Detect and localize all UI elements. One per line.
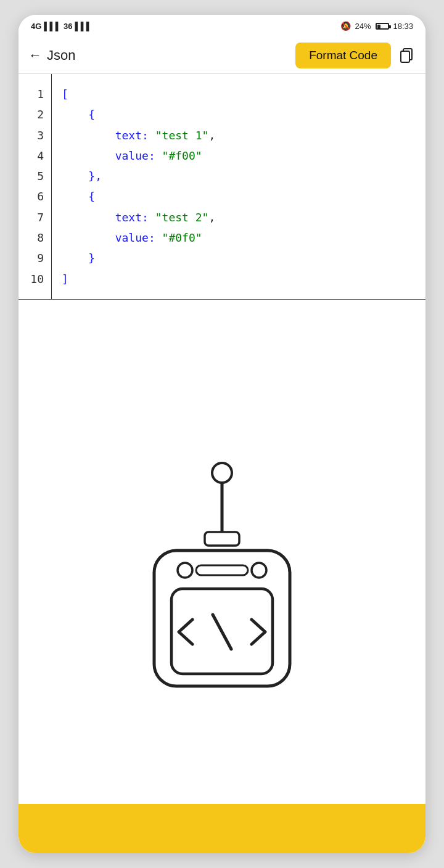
svg-rect-4 bbox=[205, 532, 239, 546]
code-line-1: [ bbox=[62, 84, 416, 104]
mute-icon: 🔕 bbox=[340, 21, 351, 31]
line-num-5: 5 bbox=[37, 166, 44, 186]
svg-rect-8 bbox=[196, 565, 248, 575]
nav-right: Format Code bbox=[295, 43, 416, 68]
phone-frame: 4G ▌▌▌ 36 ▌▌▌ 🔕 24% 18:33 ← Json Format … bbox=[18, 15, 426, 853]
svg-point-7 bbox=[252, 563, 266, 578]
svg-point-6 bbox=[178, 563, 192, 578]
status-network: 4G ▌▌▌ 36 ▌▌▌ bbox=[31, 22, 92, 31]
nav-left: ← Json bbox=[28, 47, 75, 63]
line-num-3: 3 bbox=[37, 125, 44, 145]
page-title: Json bbox=[47, 47, 75, 63]
line-num-9: 9 bbox=[37, 248, 44, 268]
yellow-bottom-bar bbox=[18, 804, 426, 853]
line-numbers: 1 2 3 4 5 6 7 8 9 10 bbox=[18, 74, 52, 299]
code-line-3: text: "test 1", bbox=[62, 125, 416, 145]
code-content[interactable]: [ { text: "test 1", value: "#f00" }, { t… bbox=[52, 74, 426, 299]
signal-bars-1: ▌▌▌ bbox=[44, 22, 61, 31]
illustration-area bbox=[18, 300, 426, 853]
svg-rect-1 bbox=[401, 51, 409, 62]
line-num-2: 2 bbox=[37, 104, 44, 125]
battery-icon bbox=[376, 23, 389, 30]
line-num-1: 1 bbox=[37, 84, 44, 104]
time-display: 18:33 bbox=[393, 22, 413, 31]
robot-svg bbox=[117, 459, 327, 718]
copy-icon[interactable] bbox=[397, 46, 416, 65]
status-right: 🔕 24% 18:33 bbox=[340, 21, 413, 31]
robot-illustration bbox=[117, 459, 327, 718]
code-line-4: value: "#f00" bbox=[62, 145, 416, 166]
nav-bar: ← Json Format Code bbox=[18, 37, 426, 74]
signal-bars-2: ▌▌▌ bbox=[75, 22, 92, 31]
svg-point-3 bbox=[212, 463, 232, 483]
network-36: 36 bbox=[64, 22, 72, 31]
line-num-8: 8 bbox=[37, 227, 44, 248]
format-code-button[interactable]: Format Code bbox=[295, 43, 391, 68]
code-line-8: value: "#0f0" bbox=[62, 227, 416, 248]
code-line-6: { bbox=[62, 186, 416, 207]
code-editor: 1 2 3 4 5 6 7 8 9 10 [ { text: "test 1",… bbox=[18, 74, 426, 300]
code-line-5: }, bbox=[62, 166, 416, 186]
code-line-9: } bbox=[62, 248, 416, 268]
code-line-7: text: "test 2", bbox=[62, 207, 416, 227]
code-line-10: ] bbox=[62, 269, 416, 289]
line-num-10: 10 bbox=[30, 269, 44, 289]
status-bar: 4G ▌▌▌ 36 ▌▌▌ 🔕 24% 18:33 bbox=[18, 15, 426, 37]
line-num-6: 6 bbox=[37, 186, 44, 207]
line-num-7: 7 bbox=[37, 207, 44, 227]
back-button[interactable]: ← bbox=[28, 47, 42, 63]
battery-percent: 24% bbox=[355, 22, 371, 31]
line-num-4: 4 bbox=[37, 145, 44, 166]
network-4g: 4G bbox=[31, 22, 41, 31]
code-line-2: { bbox=[62, 104, 416, 125]
